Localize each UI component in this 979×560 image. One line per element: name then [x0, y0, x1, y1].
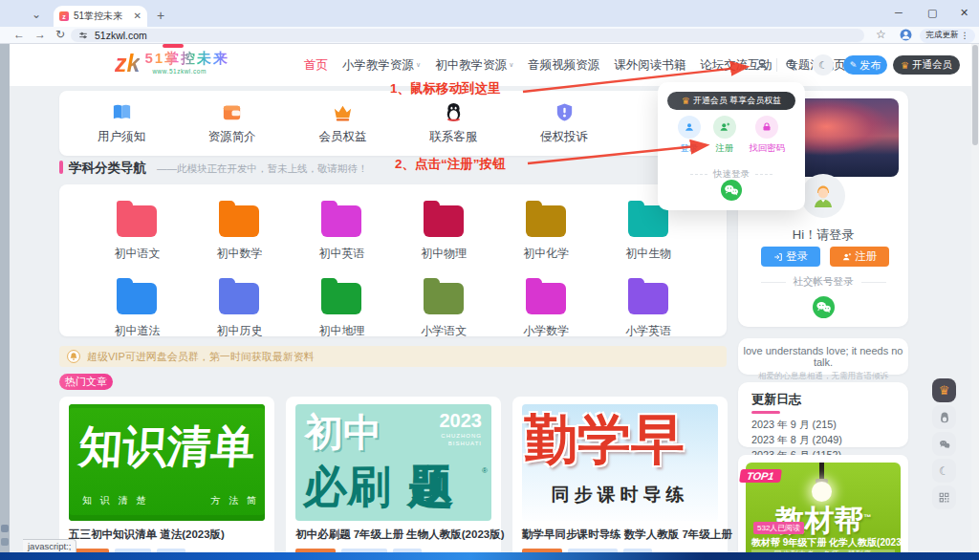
nav-item-reading-books[interactable]: 课外阅读书籍	[614, 57, 685, 74]
popup-login[interactable]: 登录	[678, 116, 701, 155]
login-button[interactable]: 登录	[761, 247, 820, 267]
crown-icon: ♛	[901, 60, 909, 71]
folder-item[interactable]: 初中数学	[188, 200, 291, 262]
folder-item[interactable]: 初中物理	[393, 200, 495, 262]
address-bar[interactable]: 51zkwl.com	[71, 29, 864, 42]
top-cover-title: 教材帮™	[746, 501, 901, 541]
window-minimize-button[interactable]: ─	[895, 7, 903, 18]
popup-recover-password[interactable]: 找回密码	[749, 116, 785, 155]
social-login-label: 社交帐号登录	[794, 275, 854, 289]
register-button[interactable]: 注册	[830, 247, 889, 267]
site-logo[interactable]: zk 51掌控未来 www.51zkwl.com	[115, 50, 229, 77]
folder-item[interactable]: 初中语文	[86, 200, 188, 262]
wechat-quick-login-icon[interactable]	[721, 180, 742, 201]
logo-title: 51掌控未来	[144, 50, 229, 68]
subject-folder-grid: 初中语文 初中数学 初中英语 初中物理 初中化学 初中生物 初中道法 初中历史 …	[59, 184, 727, 336]
qq-icon	[938, 411, 951, 424]
info-item-contact-support[interactable]: 联系客服	[429, 101, 477, 145]
float-vip-button[interactable]: ♛	[932, 378, 956, 402]
scrollbar-thumb[interactable]	[972, 45, 978, 145]
article-card[interactable]: 勤学早 同步课时导练 勤学早同步课时导练 数学人教版 7年级上册	[512, 397, 728, 560]
window-maximize-button[interactable]: ▢	[927, 7, 937, 19]
folder-item[interactable]: 小学英语	[598, 277, 700, 339]
bookmark-star-icon[interactable]: ☆	[876, 29, 886, 40]
open-vip-button[interactable]: ♛ 开通会员	[893, 55, 960, 75]
book-cover: 勤学早 同步课时导练	[522, 404, 718, 521]
folder-item[interactable]: 初中化学	[495, 200, 598, 262]
info-item-resource-intro[interactable]: 资源简介	[208, 101, 256, 145]
annotation-step1: 1、鼠标移动到这里	[390, 80, 501, 97]
publish-button[interactable]: ✎ 发布	[843, 55, 887, 75]
profile-icon[interactable]	[900, 29, 912, 41]
search-icon[interactable]	[784, 57, 799, 73]
cover-title: 题	[408, 458, 452, 517]
popup-vip-banner[interactable]: ♛ 开通会员 尊享会员权益	[667, 92, 795, 110]
folder-icon	[526, 205, 566, 237]
chevron-down-icon: ∨	[416, 61, 421, 69]
link-status-tooltip: javascript:;	[23, 539, 76, 552]
folder-item[interactable]: 初中历史	[188, 277, 291, 339]
sign-in-icon	[773, 252, 783, 262]
qq-icon	[443, 101, 465, 123]
float-darkmode-button[interactable]: ☾	[932, 459, 956, 483]
changelog-title: 更新日志	[751, 391, 908, 408]
moon-icon: ☾	[939, 464, 949, 478]
cover-year: 2023	[440, 410, 483, 432]
article-title[interactable]: 勤学早同步课时导练 数学人教版 7年级上册	[522, 528, 732, 542]
folder-item[interactable]: 初中英语	[291, 200, 393, 262]
wechat-login-icon[interactable]	[813, 296, 835, 318]
chrome-update-button[interactable]: 完成更新 ⋮	[920, 29, 975, 43]
folder-item[interactable]: 初中道法	[86, 277, 188, 339]
kebab-menu-icon[interactable]: ⋮	[961, 31, 969, 40]
reload-button[interactable]: ↻	[55, 29, 65, 40]
forward-button[interactable]: →	[34, 29, 46, 40]
desktop-icon	[1, 538, 9, 546]
crown-icon	[332, 101, 354, 123]
folder-icon	[321, 205, 361, 237]
article-card[interactable]: 知识清单 知 识 清 楚 方 法 简 五三初中知识清单 道法(2023版)	[59, 397, 274, 560]
window-close-button[interactable]: ✕	[960, 7, 968, 19]
user-icon[interactable]	[754, 57, 770, 73]
float-qq-button[interactable]	[932, 405, 956, 429]
shield-icon	[554, 101, 576, 123]
wechat-icon	[938, 438, 951, 451]
popup-register[interactable]: 注册	[713, 116, 736, 155]
logo-subtitle: www.51zkwl.com	[152, 68, 229, 75]
nav-item-home[interactable]: 首页	[304, 57, 328, 74]
desktop-icon	[1, 525, 9, 532]
info-item-infringement-report[interactable]: 侵权投诉	[540, 101, 588, 145]
browser-tab[interactable]: z 51掌控未来 ✕	[54, 6, 147, 27]
logo-mark: zk	[115, 50, 140, 77]
main-nav: 首页 小学教学资源∨ 初中教学资源∨ 音频视频资源 课外阅读书籍 论坛交流互动 …	[304, 44, 858, 86]
info-item-member-benefits[interactable]: 会员权益	[319, 101, 367, 145]
folder-item[interactable]: 初中地理	[291, 277, 393, 339]
nav-item-primary-school-resources[interactable]: 小学教学资源∨	[342, 57, 421, 74]
new-tab-button[interactable]: +	[157, 9, 164, 22]
article-title[interactable]: 五三初中知识清单 道法(2023版)	[69, 528, 225, 542]
quote-chinese: 相爱的心息息相通，无需用言语倾诉	[738, 371, 908, 382]
tab-search-chevron-icon[interactable]: ⌄	[32, 9, 41, 20]
folder-item[interactable]: 小学数学	[495, 277, 598, 339]
float-wechat-button[interactable]	[932, 432, 956, 456]
nav-item-audio-video-resources[interactable]: 音频视频资源	[528, 57, 599, 74]
article-card[interactable]: 初中 2023 CHUZHONG BISHUATI 必刷 题 ® 初中必刷题 7…	[286, 397, 501, 560]
article-title[interactable]: 初中必刷题 7年级上册 生物人教版(2023版)	[295, 528, 505, 542]
float-qrcode-button[interactable]	[932, 485, 956, 509]
folder-item[interactable]: 小学语文	[393, 277, 495, 339]
lock-icon	[761, 121, 772, 133]
dark-mode-toggle[interactable]: ☾	[813, 54, 834, 75]
cover-title: 初中	[305, 406, 381, 459]
section-accent-bar	[59, 161, 63, 174]
changelog-entry[interactable]: 2023 年 9 月 (215)	[751, 419, 908, 432]
pencil-icon: ✎	[850, 60, 858, 70]
nav-item-junior-school-resources[interactable]: 初中教学资源∨	[435, 57, 513, 74]
tab-close-icon[interactable]: ✕	[134, 11, 141, 21]
bell-icon	[67, 350, 80, 363]
changelog-underline	[751, 411, 780, 414]
top-ranked-card[interactable]: TOP1 教材帮™ 532人已阅读 教材帮 9年级下册 化学人教版(2023春)…	[738, 455, 908, 560]
login-popup: ♛ 开通会员 尊享会员权益 登录 注册 找回密码	[658, 82, 805, 210]
avatar	[801, 174, 845, 218]
back-button[interactable]: ←	[13, 29, 25, 40]
info-item-user-notice[interactable]: 用户须知	[98, 101, 145, 145]
changelog-entry[interactable]: 2023 年 8 月 (2049)	[751, 434, 908, 447]
